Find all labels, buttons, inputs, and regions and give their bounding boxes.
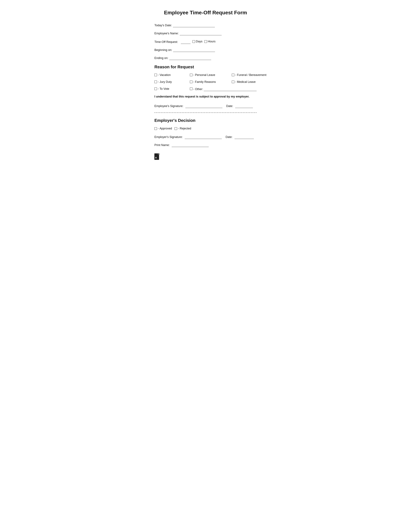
vacation-dash: - — [158, 73, 159, 77]
reason-heading: Reason for Request — [154, 65, 257, 69]
funeral-checkbox[interactable] — [232, 74, 234, 76]
vacation-item: - Vacation — [154, 73, 190, 77]
employee-sig-input[interactable] — [185, 104, 222, 108]
personal-leave-dash: - — [193, 73, 194, 77]
family-reasons-label: Family Reasons — [195, 80, 216, 84]
jury-duty-checkbox[interactable] — [154, 81, 157, 83]
jury-duty-dash: - — [158, 80, 159, 84]
to-vote-label: To Vote — [160, 87, 169, 91]
family-reasons-item: - Family Reasons — [190, 80, 232, 84]
approved-label: Approved — [160, 127, 172, 130]
reason-row-2: - Jury Duty - Family Reasons - Medical L… — [154, 80, 257, 84]
page-title: Employee Time-Off Request Form — [154, 10, 257, 16]
employees-name-label: Employee's Name: — [154, 32, 179, 35]
beginning-on-field: Beginning on: — [154, 48, 257, 52]
svg-text:e: e — [155, 156, 157, 159]
medical-leave-checkbox[interactable] — [232, 81, 234, 83]
employee-sig-label: Employee's Signature: — [154, 104, 183, 108]
medical-leave-dash: - — [235, 80, 236, 84]
print-name-row: Print Name: — [154, 143, 257, 147]
to-vote-dash: - — [158, 87, 159, 91]
employer-date-input[interactable] — [235, 135, 254, 139]
employer-sig-group: Employer's Signature: — [154, 135, 222, 139]
timeoff-request-label: Time-Off Request: — [154, 40, 178, 44]
days-checkbox-group[interactable]: Days — [192, 40, 202, 43]
hours-checkbox[interactable] — [204, 40, 207, 43]
ending-on-label: Ending on: — [154, 57, 168, 60]
funeral-label: Funeral / Bereavement — [237, 73, 267, 77]
employees-name-field: Employee's Name: — [154, 32, 257, 35]
vacation-label: Vacation — [160, 73, 171, 77]
other-dash: - — [193, 87, 194, 91]
to-vote-item: - To Vote — [154, 87, 190, 91]
medical-leave-item: - Medical Leave — [232, 80, 274, 84]
funeral-dash: - — [235, 73, 236, 77]
medical-leave-label: Medical Leave — [237, 80, 256, 84]
approved-checkbox-group[interactable]: - Approved — [154, 127, 172, 130]
personal-leave-label: Personal Leave — [195, 73, 215, 77]
hours-label: Hours — [208, 40, 216, 43]
rejected-label: Rejected — [180, 127, 191, 130]
todays-date-field: Today's Date: — [154, 24, 257, 27]
bottom-logo: e — [154, 153, 161, 161]
jury-duty-item: - Jury Duty — [154, 80, 190, 84]
employer-signature-row: Employer's Signature: Date: — [154, 135, 257, 139]
approved-checkbox[interactable] — [154, 127, 157, 130]
family-reasons-dash: - — [193, 80, 194, 84]
personal-leave-checkbox[interactable] — [190, 74, 192, 76]
page: Employee Time-Off Request Form Today's D… — [142, 0, 269, 166]
rejected-checkbox-group[interactable]: - Rejected — [174, 127, 191, 130]
reason-row-1: - Vacation - Personal Leave - Funeral / … — [154, 73, 257, 77]
other-checkbox[interactable] — [190, 87, 192, 90]
hours-checkbox-group[interactable]: Hours — [204, 40, 216, 43]
jury-duty-label: Jury Duty — [160, 80, 172, 84]
beginning-on-label: Beginning on: — [154, 48, 172, 52]
employer-date-group: Date: — [226, 135, 254, 139]
rejected-dash: - — [178, 127, 179, 130]
rejected-checkbox[interactable] — [174, 127, 177, 130]
other-input[interactable] — [204, 87, 257, 91]
disclaimer-text: I understand that this request is subjec… — [154, 95, 257, 99]
employer-sig-label: Employer's Signature: — [154, 135, 183, 139]
employees-name-input[interactable] — [180, 32, 222, 35]
todays-date-input[interactable] — [173, 24, 215, 27]
other-label: Other: — [195, 87, 203, 91]
funeral-item: - Funeral / Bereavement — [232, 73, 274, 77]
approved-dash: - — [158, 127, 159, 130]
timeoff-request-row: Time-Off Request: Days Hours — [154, 40, 257, 44]
to-vote-checkbox[interactable] — [154, 87, 157, 90]
personal-leave-item: - Personal Leave — [190, 73, 232, 77]
reason-row-3: - To Vote - Other: — [154, 87, 257, 91]
svg-rect-2 — [158, 153, 159, 155]
timeoff-amount-input[interactable] — [181, 40, 191, 44]
beginning-on-input[interactable] — [173, 48, 215, 52]
days-checkbox[interactable] — [192, 40, 195, 43]
employee-date-label: Date: — [226, 104, 233, 108]
employee-sig-group: Employee's Signature: — [154, 104, 222, 108]
other-item: - Other: — [190, 87, 257, 91]
employer-decision-heading: Employer's Decision — [154, 118, 257, 123]
family-reasons-checkbox[interactable] — [190, 81, 192, 83]
employee-signature-row: Employee's Signature: Date: — [154, 104, 257, 108]
days-label: Days — [196, 40, 202, 43]
ending-on-field: Ending on: — [154, 57, 257, 60]
print-name-label: Print Name: — [154, 143, 170, 147]
vacation-checkbox[interactable] — [154, 74, 157, 76]
ending-on-input[interactable] — [169, 57, 211, 60]
employee-date-input[interactable] — [235, 104, 253, 108]
print-name-input[interactable] — [172, 143, 209, 147]
employer-date-label: Date: — [226, 135, 233, 139]
section-divider — [154, 113, 257, 113]
todays-date-label: Today's Date: — [154, 24, 172, 27]
employee-date-group: Date: — [226, 104, 253, 108]
employer-sig-input[interactable] — [185, 135, 222, 139]
approved-rejected-row: - Approved - Rejected — [154, 127, 257, 130]
